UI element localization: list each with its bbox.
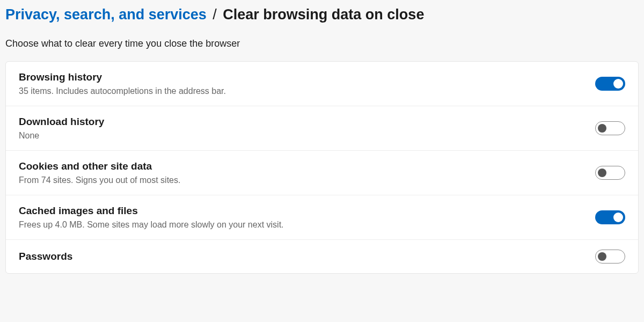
row-cached-images: Cached images and files Frees up 4.0 MB.…: [6, 195, 638, 240]
toggle-cached-images[interactable]: [595, 210, 625, 224]
breadcrumb-link-privacy[interactable]: Privacy, search, and services: [5, 6, 207, 23]
row-text: Cached images and files Frees up 4.0 MB.…: [19, 205, 284, 230]
row-title: Browsing history: [19, 71, 226, 83]
row-text: Download history None: [19, 116, 104, 141]
toggle-knob: [598, 169, 606, 177]
row-title: Cached images and files: [19, 205, 284, 217]
breadcrumb-current: Clear browsing data on close: [223, 6, 424, 23]
settings-panel: Browsing history 35 items. Includes auto…: [5, 61, 639, 274]
row-desc: Frees up 4.0 MB. Some sites may load mor…: [19, 220, 284, 230]
toggle-download-history[interactable]: [595, 121, 625, 135]
row-browsing-history: Browsing history 35 items. Includes auto…: [6, 62, 638, 106]
row-desc: None: [19, 131, 104, 141]
row-text: Browsing history 35 items. Includes auto…: [19, 71, 226, 96]
row-text: Cookies and other site data From 74 site…: [19, 160, 180, 185]
row-text: Passwords: [19, 251, 72, 262]
toggle-passwords[interactable]: [595, 250, 625, 264]
row-download-history: Download history None: [6, 106, 638, 151]
toggle-cookies[interactable]: [595, 166, 625, 180]
toggle-knob: [613, 79, 623, 89]
row-cookies: Cookies and other site data From 74 site…: [6, 151, 638, 195]
breadcrumb: Privacy, search, and services / Clear br…: [5, 6, 639, 23]
toggle-knob: [613, 213, 623, 222]
toggle-knob: [598, 124, 606, 133]
row-title: Download history: [19, 116, 104, 128]
toggle-browsing-history[interactable]: [595, 77, 625, 91]
breadcrumb-separator: /: [213, 6, 217, 23]
page-subtitle: Choose what to clear every time you clos…: [5, 38, 639, 49]
row-desc: From 74 sites. Signs you out of most sit…: [19, 175, 180, 185]
row-title: Cookies and other site data: [19, 160, 180, 172]
row-title: Passwords: [19, 251, 72, 262]
row-passwords: Passwords: [6, 240, 638, 273]
row-desc: 35 items. Includes autocompletions in th…: [19, 86, 226, 96]
toggle-knob: [598, 252, 606, 261]
